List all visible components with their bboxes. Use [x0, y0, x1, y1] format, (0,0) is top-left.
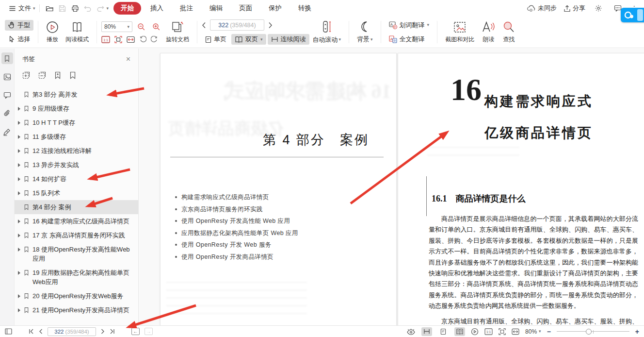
rotate-left-icon[interactable]: [139, 36, 146, 43]
tab-home[interactable]: 开始: [113, 2, 141, 15]
add-bookmark-icon[interactable]: [54, 71, 61, 79]
auto-scroll-button[interactable]: 自动滚动▾: [309, 19, 345, 45]
bookmarks-panel-icon[interactable]: [1, 52, 13, 64]
continuous-reading-button[interactable]: 连续阅读: [268, 34, 309, 45]
expand-triangle-icon[interactable]: [15, 118, 23, 125]
rotate-document-button[interactable]: 旋转文档: [162, 19, 193, 45]
read-aloud-button[interactable]: 朗读: [478, 20, 499, 45]
sync-status[interactable]: 未同步: [527, 4, 557, 13]
actual-size-icon[interactable]: 1:1: [484, 328, 493, 335]
background-button[interactable]: 背景▾: [354, 19, 376, 45]
play-button[interactable]: 播放: [43, 20, 62, 45]
tab-convert[interactable]: 转换: [291, 2, 319, 15]
full-translate-button[interactable]: A文全文翻译: [386, 34, 433, 45]
zoom-in-icon[interactable]: [150, 21, 162, 33]
bookmark-item-part3[interactable]: 第3 部分 高并发: [15, 87, 138, 101]
page-number-input[interactable]: 322(359/484): [210, 19, 264, 31]
statusbar-page-input[interactable]: 322(359/484): [48, 327, 96, 336]
fit-width-icon[interactable]: [512, 328, 519, 335]
single-page-button[interactable]: 单页: [202, 34, 230, 45]
fit-page-icon[interactable]: [114, 36, 122, 43]
tab-edit[interactable]: 编辑: [202, 2, 230, 15]
fit-width-icon[interactable]: [127, 36, 135, 43]
comments-panel-icon[interactable]: [1, 89, 13, 101]
expand-triangle-icon[interactable]: [15, 188, 23, 195]
document-view[interactable]: 16 构建需求响应式 亿级商品详情页 第 4 部分 案例 构建需求响应式亿级商品…: [139, 49, 644, 325]
single-page-view-icon[interactable]: [438, 327, 449, 336]
thumbnails-panel-icon[interactable]: [1, 71, 13, 83]
expand-triangle-icon[interactable]: [15, 305, 23, 312]
tab-page[interactable]: 页面: [232, 2, 259, 15]
next-page-icon[interactable]: [101, 329, 105, 334]
tab-annotate[interactable]: 批注: [173, 2, 200, 15]
expand-all-icon[interactable]: [22, 71, 30, 79]
expand-triangle-icon[interactable]: [15, 245, 23, 252]
autoplay-icon[interactable]: [471, 328, 479, 336]
print-icon[interactable]: [69, 2, 81, 14]
tab-insert[interactable]: 插入: [143, 2, 171, 15]
zoom-out-button[interactable]: −: [547, 328, 551, 336]
bookmark-item-ch10[interactable]: 10 H T T P缓存: [15, 116, 138, 130]
expand-triangle-icon[interactable]: [15, 217, 23, 223]
bookmark-item-ch18[interactable]: 18 使用OpenResty开发高性能Web 应用: [15, 242, 138, 266]
expand-triangle-icon[interactable]: [15, 104, 23, 111]
attachments-panel-icon[interactable]: [1, 108, 13, 119]
select-tool-button[interactable]: 选择: [5, 34, 33, 45]
zoom-slider[interactable]: [557, 328, 629, 335]
quickbar-more-icon[interactable]: ▾: [107, 6, 109, 11]
bookmark-item-ch13[interactable]: 13 异步并发实战: [15, 158, 138, 172]
zoom-slider-handle[interactable]: [586, 329, 592, 335]
save-icon[interactable]: [56, 2, 69, 14]
zoom-out-icon[interactable]: [135, 21, 147, 33]
bookmark-item-ch21[interactable]: 21 使用OpenResty开发商品详情页: [15, 303, 138, 317]
redo-icon[interactable]: [94, 2, 107, 14]
toggle-sidebar-icon[interactable]: [5, 328, 12, 335]
bookmark-item-ch16[interactable]: 16 构建需求响应式亿级商品详情页: [15, 214, 138, 228]
reading-mode-button[interactable]: 阅读模式: [62, 20, 92, 45]
bookmark-item-ch20[interactable]: 20 使用OpenResty开发Web服务: [15, 289, 138, 303]
bookmark-item-ch19[interactable]: 19 应用数据静态化架构高性能单页 Web应用: [15, 266, 138, 289]
bookmark-item-ch14[interactable]: 14 如何扩容: [15, 172, 138, 186]
bookmark-item-ch11[interactable]: 11 多级缓存: [15, 130, 138, 144]
netdisk-float-badge[interactable]: [621, 8, 644, 22]
settings-gear-icon[interactable]: [592, 2, 605, 14]
file-menu[interactable]: 文件▾: [18, 4, 35, 13]
collapse-all-icon[interactable]: [38, 71, 46, 79]
expand-triangle-icon[interactable]: [15, 174, 23, 181]
screenshot-compare-button[interactable]: 截图和对比: [442, 20, 478, 45]
undo-icon[interactable]: [81, 2, 94, 14]
next-page-icon[interactable]: [268, 22, 273, 29]
signature-panel-icon[interactable]: [1, 126, 13, 138]
actual-size-icon[interactable]: 1:1: [101, 36, 110, 43]
bookmark-item-ch17[interactable]: 17 京 东商品详情页服务闭环实践: [15, 228, 138, 242]
last-page-icon[interactable]: [110, 329, 115, 334]
double-page-view-icon[interactable]: [454, 327, 465, 336]
prev-page-icon[interactable]: [202, 22, 206, 29]
first-page-icon[interactable]: [29, 329, 34, 334]
share-button[interactable]: 分享: [564, 4, 585, 13]
zoom-in-button[interactable]: +: [635, 328, 639, 336]
double-page-button[interactable]: 双页▾: [231, 34, 266, 45]
prev-page-icon[interactable]: [39, 329, 43, 334]
bookmark-item-ch9[interactable]: 9 应用级缓存: [15, 101, 138, 116]
expand-triangle-icon[interactable]: [15, 146, 23, 153]
open-file-icon[interactable]: [44, 2, 56, 14]
eye-protection-icon[interactable]: [406, 328, 416, 335]
tab-protect[interactable]: 保护: [261, 2, 289, 15]
history-back-button[interactable]: ←: [131, 328, 140, 335]
find-button[interactable]: 查找: [499, 20, 518, 45]
rotate-right-icon[interactable]: [151, 36, 158, 43]
bookmark-flag-icon[interactable]: [69, 71, 76, 79]
history-forward-button[interactable]: →: [145, 328, 153, 335]
expand-triangle-icon[interactable]: [15, 291, 23, 298]
fit-page-icon[interactable]: [499, 328, 506, 335]
zoom-level-select[interactable]: 80%▾: [525, 328, 541, 335]
expand-triangle-icon[interactable]: [15, 268, 23, 275]
hand-tool-button[interactable]: 手型: [5, 20, 33, 31]
hamburger-menu-icon[interactable]: [6, 2, 18, 14]
word-translate-button[interactable]: A中划词翻译▾: [386, 20, 433, 31]
bookmark-item-part4[interactable]: 第4 部分 案例: [15, 200, 138, 214]
zoom-select[interactable]: 80%▾: [101, 21, 132, 32]
bookmark-item-ch15[interactable]: 15 队列术: [15, 186, 138, 200]
expand-triangle-icon[interactable]: [15, 231, 23, 237]
